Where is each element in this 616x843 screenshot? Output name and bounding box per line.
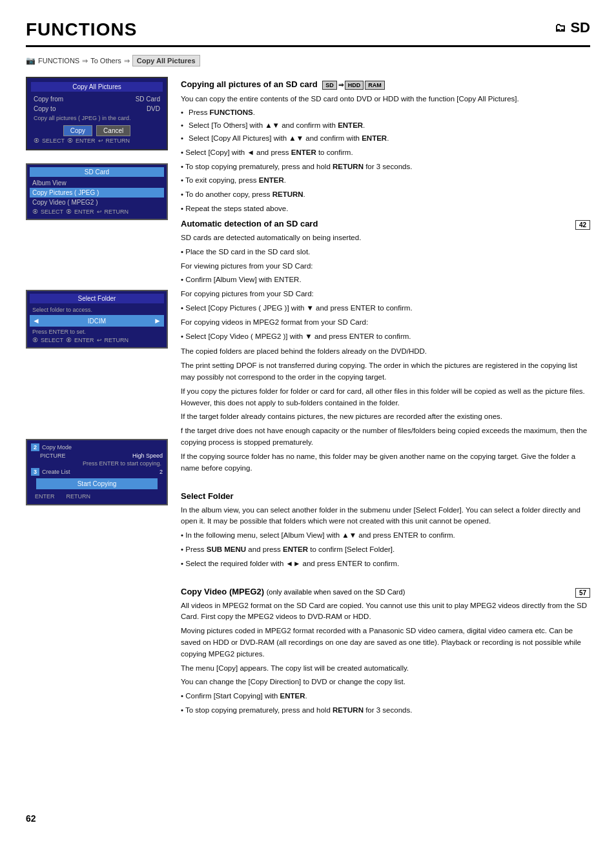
screen-copy-all-pictures: Copy All Pictures Copy from SD Card Copy… xyxy=(26,77,168,150)
enter-icon-3: ⦿ xyxy=(66,337,72,343)
page-header: FUNCTIONS 🗂 SD xyxy=(26,19,590,47)
bullet-item: Press FUNCTIONS. xyxy=(181,107,590,119)
screen-copy-mode: 2 Copy Mode PICTURE High Speed Press ENT… xyxy=(26,439,168,505)
copymode-value2: 2 xyxy=(159,469,163,475)
screen3-icons: ⦿ SELECT ⦿ ENTER ↩ RETURN xyxy=(30,336,164,345)
screen3-title: Select Folder xyxy=(30,294,164,303)
screen2-title: SD Card xyxy=(30,167,164,177)
section3-title: Select Folder xyxy=(181,491,590,501)
cancel-button[interactable]: Cancel xyxy=(96,125,130,136)
bullet-item: Select [To Others] with ▲▼ and confirm w… xyxy=(181,120,590,132)
section1-title: Copying all pictures of an SD card SD ⇒ … xyxy=(181,79,590,90)
copymode-sub2: High Speed xyxy=(132,452,163,459)
badge-sd: SD xyxy=(322,81,337,90)
copymode-hint: Press ENTER to start copying. xyxy=(80,460,164,467)
arrow-sd-hdd: ⇒ xyxy=(338,81,344,88)
screen2-item2: Copy Pictures ( JPEG ) xyxy=(30,188,164,198)
badge-hdd: HDD xyxy=(345,81,364,90)
screen2-item1: Album View xyxy=(30,178,164,188)
section1-bullets: Press FUNCTIONS. Select [To Others] with… xyxy=(181,107,590,144)
screen3-subtitle: Select folder to access. xyxy=(30,306,164,314)
divider-2 xyxy=(181,574,590,584)
divider-1 xyxy=(181,478,590,489)
badge-strip-1: SD ⇒ HDD RAM xyxy=(322,81,385,90)
screen1-instruction: Copy all pictures ( JPEG ) in the card. xyxy=(31,114,163,123)
bullet-item: Select [Copy All Pictures] with ▲▼ and c… xyxy=(181,133,590,145)
enter-icon-2: ⦿ xyxy=(66,208,72,215)
sd-text: SD xyxy=(570,19,590,36)
breadcrumb-copy-all: Copy All Pictures xyxy=(132,55,200,66)
screen2-item3: Copy Video ( MPEG2 ) xyxy=(30,198,164,207)
section-auto-detect: Automatic detection of an SD card 42 SD … xyxy=(181,219,590,474)
return-icon-2: ↩ xyxy=(97,208,102,215)
sd-card-icon: 🗂 xyxy=(555,21,566,35)
screen-sd-card: SD Card Album View Copy Pictures ( JPEG … xyxy=(26,163,168,220)
screen2-icons: ⦿ SELECT ⦿ ENTER ↩ RETURN xyxy=(30,207,164,216)
copymode-sub1: PICTURE xyxy=(31,452,130,459)
copymode-num2: 3 xyxy=(31,468,39,476)
copymode-label2: Create List xyxy=(42,469,157,475)
screen1-copy-from: Copy from SD Card xyxy=(31,94,163,104)
section-copy-all: Copying all pictures of an SD card SD ⇒ … xyxy=(181,79,590,215)
return-icon-3: ↩ xyxy=(97,337,102,343)
main-content: Copy All Pictures Copy from SD Card Copy… xyxy=(26,77,590,720)
section4-body: All videos in MPEG2 format on the SD Car… xyxy=(181,600,590,716)
folder-arrow-left: ◄ xyxy=(32,316,40,325)
section-copy-video: Copy Video (MPEG2) (only available when … xyxy=(181,587,590,716)
sd-label-area: 🗂 SD xyxy=(555,19,590,36)
screen3-instruction: Press ENTER to set. xyxy=(30,328,164,336)
breadcrumb-to-others: To Others xyxy=(90,57,121,65)
select-icon-3: ⦿ xyxy=(32,337,38,343)
section-select-folder: Select Folder In the album view, you can… xyxy=(181,491,590,570)
section4-title: Copy Video (MPEG2) (only available when … xyxy=(181,587,590,596)
screen-select-folder: Select Folder Select folder to access. ◄… xyxy=(26,290,168,349)
badge-57: 57 xyxy=(575,588,590,598)
screen1-copy-to: Copy to DVD xyxy=(31,104,163,114)
copymode-footer1: ENTER xyxy=(32,493,57,500)
screen3-folder-row: ◄ IDCIM ► xyxy=(30,315,164,327)
screen1-title: Copy All Pictures xyxy=(31,82,163,92)
return-icon-1: ↩ xyxy=(98,137,103,144)
copymode-label1: Copy Mode xyxy=(42,444,163,451)
screen1-icons: ⦿ SELECT ⦿ ENTER ↩ RETURN xyxy=(31,136,163,145)
section2-title: Automatic detection of an SD card 42 xyxy=(181,219,590,229)
screen1-buttons: Copy Cancel xyxy=(31,125,163,136)
screen3-folder-name: IDCIM xyxy=(40,318,154,325)
folder-arrow-right: ► xyxy=(154,316,161,325)
nav-arrow-2: ⇒ xyxy=(124,57,130,65)
right-column: Copying all pictures of an SD card SD ⇒ … xyxy=(181,77,590,720)
section3-body: In the album view, you can select anothe… xyxy=(181,505,590,570)
select-icon: ⦿ xyxy=(34,137,39,144)
breadcrumb: 📷 FUNCTIONS ⇒ To Others ⇒ Copy All Pictu… xyxy=(26,55,590,66)
copymode-row2: 3 Create List 2 xyxy=(30,467,164,476)
copymode-num1: 2 xyxy=(31,443,39,451)
nav-arrow-1: ⇒ xyxy=(82,57,88,65)
nav-cam-icon: 📷 xyxy=(26,56,36,65)
breadcrumb-functions: FUNCTIONS xyxy=(38,57,79,65)
enter-icon: ⦿ xyxy=(67,137,73,144)
copymode-row1: 2 Copy Mode xyxy=(30,443,164,452)
section2-body: SD cards are detected automatically on b… xyxy=(181,232,590,474)
spacer2 xyxy=(26,361,168,426)
section1-body: You can copy the entire contents of the … xyxy=(181,94,590,215)
spacer1 xyxy=(26,233,168,272)
start-copying-btn[interactable]: Start Copying xyxy=(36,478,158,489)
badge-ram: RAM xyxy=(365,81,385,90)
copymode-footer2: RETURN xyxy=(64,493,94,500)
copy-button[interactable]: Copy xyxy=(63,125,92,136)
badge-42: 42 xyxy=(575,220,590,230)
copymode-row1-sub: PICTURE High Speed xyxy=(30,452,164,460)
page-title: FUNCTIONS xyxy=(26,19,137,40)
select-icon-2: ⦿ xyxy=(32,208,38,215)
left-column: Copy All Pictures Copy from SD Card Copy… xyxy=(26,77,168,720)
page-number: 62 xyxy=(26,813,36,824)
